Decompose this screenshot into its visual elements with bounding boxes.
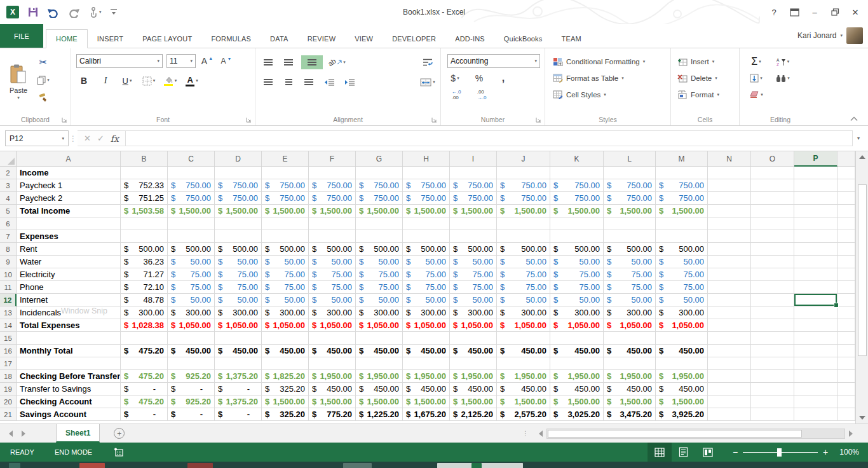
zoom-slider[interactable] xyxy=(743,452,818,453)
bold-button[interactable]: B xyxy=(76,74,92,88)
cell[interactable] xyxy=(403,230,450,243)
cell[interactable] xyxy=(708,357,751,370)
cell[interactable] xyxy=(403,167,450,179)
cell[interactable]: $50.00 xyxy=(356,256,403,268)
tab-review[interactable]: REVIEW xyxy=(298,30,346,48)
cell[interactable]: $1,500.00 xyxy=(550,396,604,408)
next-sheet-icon[interactable] xyxy=(22,430,25,437)
cell[interactable]: $75.00 xyxy=(309,268,356,281)
row-header-17[interactable]: 17 xyxy=(0,357,17,370)
cell[interactable] xyxy=(708,256,751,268)
cell[interactable]: $450.00 xyxy=(403,345,450,357)
cell[interactable]: $75.00 xyxy=(215,281,262,294)
cell[interactable]: $1,500.00 xyxy=(309,396,356,408)
cell[interactable]: $3,475.20 xyxy=(604,408,656,421)
cell[interactable]: $50.00 xyxy=(215,294,262,306)
cell[interactable] xyxy=(708,243,751,256)
cell[interactable] xyxy=(751,345,794,357)
fill-button[interactable]: ▾ xyxy=(749,71,764,85)
accounting-format-button[interactable]: $▾ xyxy=(447,71,463,85)
cell[interactable] xyxy=(708,383,751,396)
account-menu[interactable]: Kari Jonard ▾ xyxy=(797,27,868,48)
cell[interactable] xyxy=(450,167,497,179)
cell[interactable]: $750.00 xyxy=(497,179,550,192)
decrease-decimal-button[interactable]: .00→.0 xyxy=(474,88,489,102)
column-header-partial[interactable] xyxy=(837,151,855,167)
cell[interactable]: $750.00 xyxy=(168,192,215,205)
cell[interactable] xyxy=(708,294,751,306)
cell[interactable] xyxy=(837,230,855,243)
top-align-button[interactable] xyxy=(261,55,276,69)
cell[interactable]: $1,050.00 xyxy=(262,319,309,332)
restore-button[interactable] xyxy=(826,4,844,20)
select-all-button[interactable] xyxy=(0,151,17,167)
cell[interactable]: $50.00 xyxy=(356,294,403,306)
cell[interactable]: $450.00 xyxy=(550,383,604,396)
cell[interactable]: $300.00 xyxy=(215,306,262,319)
cell[interactable]: $750.00 xyxy=(450,192,497,205)
cell[interactable]: $450.00 xyxy=(309,383,356,396)
cell[interactable] xyxy=(751,332,794,345)
cell[interactable] xyxy=(708,408,751,421)
cell[interactable]: $300.00 xyxy=(550,306,604,319)
find-select-button[interactable]: ▾ xyxy=(775,71,790,85)
cell[interactable]: $450.00 xyxy=(356,345,403,357)
cell-styles-button[interactable]: Cell Styles ▾ xyxy=(553,86,669,103)
cell[interactable] xyxy=(168,332,215,345)
orientation-button[interactable]: ab ▾ xyxy=(328,55,346,69)
cell[interactable]: $1,050.00 xyxy=(497,319,550,332)
cell[interactable]: $1,500.00 xyxy=(356,205,403,217)
cell[interactable] xyxy=(656,217,708,230)
cell[interactable] xyxy=(262,167,309,179)
column-header-E[interactable]: E xyxy=(262,151,309,167)
confirm-entry-icon[interactable]: ✓ xyxy=(97,134,104,143)
cell[interactable]: $50.00 xyxy=(168,294,215,306)
avatar[interactable] xyxy=(846,27,863,44)
cell[interactable] xyxy=(794,192,837,205)
cell[interactable]: $1,500.00 xyxy=(604,205,656,217)
row-header-5[interactable]: 5 xyxy=(0,205,17,217)
save-button[interactable] xyxy=(28,7,38,17)
cell[interactable]: $1,500.00 xyxy=(604,396,656,408)
dialog-launcher-icon[interactable] xyxy=(62,117,67,123)
cell[interactable]: $75.00 xyxy=(403,281,450,294)
cell[interactable]: $450.00 xyxy=(309,345,356,357)
taskbar-excel-icon[interactable] xyxy=(471,463,482,468)
tab-page-layout[interactable]: PAGE LAYOUT xyxy=(133,30,201,48)
cell[interactable]: $50.00 xyxy=(450,256,497,268)
cell[interactable]: $775.20 xyxy=(309,408,356,421)
cell[interactable]: $1,950.00 xyxy=(403,370,450,383)
conditional-formatting-button[interactable]: Conditional Formatting ▾ xyxy=(553,53,669,70)
cell[interactable] xyxy=(708,205,751,217)
cell[interactable]: $750.00 xyxy=(309,179,356,192)
cell[interactable]: Phone xyxy=(17,281,121,294)
cell[interactable] xyxy=(794,243,837,256)
merge-center-button[interactable]: ▾ xyxy=(420,75,435,89)
cell[interactable] xyxy=(656,230,708,243)
taskbar-app-icon[interactable] xyxy=(343,463,372,468)
cell[interactable] xyxy=(262,332,309,345)
cell[interactable]: Incidencals xyxy=(17,306,121,319)
cell[interactable] xyxy=(168,357,215,370)
zoom-in-button[interactable]: + xyxy=(823,447,828,457)
cell[interactable]: $750.00 xyxy=(403,179,450,192)
cell[interactable]: $750.00 xyxy=(215,192,262,205)
formula-bar-expand-icon[interactable]: ▾ xyxy=(853,130,864,146)
cell[interactable] xyxy=(837,370,855,383)
cell[interactable]: $450.00 xyxy=(262,345,309,357)
cell[interactable] xyxy=(708,370,751,383)
cell[interactable]: $1,225.20 xyxy=(356,408,403,421)
name-box[interactable]: P12 ▾ xyxy=(5,130,69,146)
taskbar-start-icon[interactable] xyxy=(9,463,20,468)
cell[interactable] xyxy=(497,230,550,243)
cell[interactable] xyxy=(215,332,262,345)
column-header-M[interactable]: M xyxy=(656,151,708,167)
cell[interactable] xyxy=(708,345,751,357)
cell[interactable]: $- xyxy=(121,383,168,396)
cell[interactable]: $1,500.00 xyxy=(550,205,604,217)
cell[interactable]: Checking Before Transfer xyxy=(17,370,121,383)
sheet-tab-sheet1[interactable]: Sheet1 xyxy=(56,424,100,443)
cell[interactable]: $75.00 xyxy=(168,281,215,294)
row-header-9[interactable]: 9 xyxy=(0,256,17,268)
format-painter-button[interactable] xyxy=(36,91,51,105)
